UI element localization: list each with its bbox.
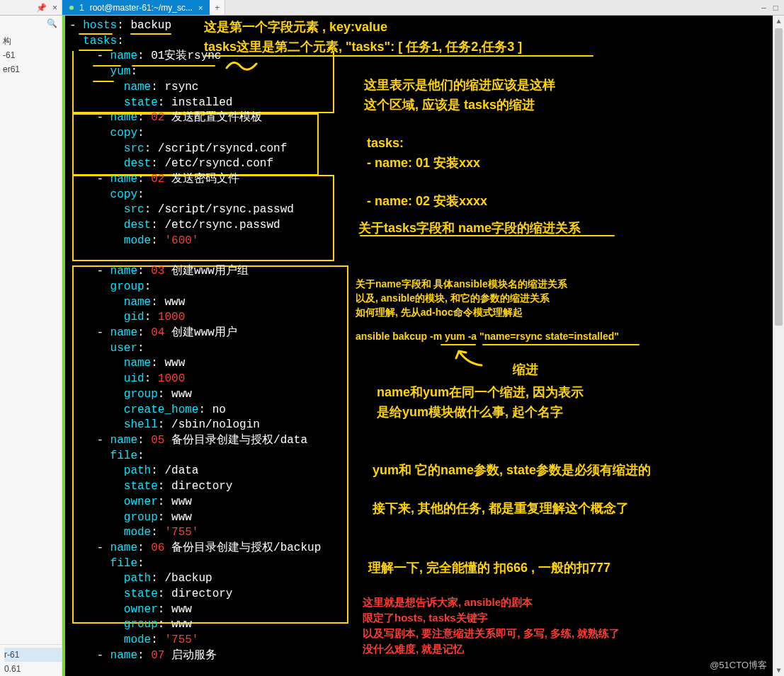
tab-add-button[interactable]: + (210, 0, 225, 15)
annotation: - name: 02 安装xxxx (367, 193, 487, 210)
tab-active[interactable]: 1 root@master-61:~/my_sc... × (62, 0, 210, 15)
annotation: 关于name字段和 具体ansible模块名的缩进关系 (356, 277, 567, 292)
underline (482, 344, 640, 345)
scroll-up-icon[interactable]: ▲ (773, 16, 784, 27)
sidebar: 🔍 构 -61 er61 r-61 0.61 (0, 16, 62, 676)
terminal-pane[interactable]: - hosts: backup tasks: - name: 01安装rsync… (62, 16, 784, 676)
annotation: 理解一下, 完全能懂的 扣666 , 一般的扣777 (368, 559, 610, 577)
annotation-red: 这里就是想告诉大家, ansible的剧本 (363, 595, 533, 609)
sidebar-bottom: r-61 0.61 (0, 644, 62, 676)
tab-title: root@master-61:~/my_sc... (90, 3, 193, 13)
tab-index: 1 (79, 3, 84, 13)
arrow-icon (453, 347, 489, 368)
search-icon[interactable]: 🔍 (47, 18, 57, 28)
tree-item[interactable]: er61 (3, 62, 62, 76)
annotation: yum和 它的name参数, state参数是必须有缩进的 (373, 462, 651, 479)
session-item[interactable]: r-61 (4, 648, 62, 662)
annotation: ansible bakcup -m yum -a "name=rsync sta… (356, 330, 619, 344)
maximize-icon[interactable]: □ (773, 3, 778, 13)
host-tree[interactable]: 构 -61 er61 (0, 31, 62, 76)
annotation: 以及, ansible的模块, 和它的参数的缩进关系 (356, 292, 550, 306)
vertical-scrollbar[interactable]: ▲ ▼ (773, 16, 784, 676)
scrollbar-thumb[interactable] (775, 28, 783, 326)
annotation: tasks: (367, 134, 404, 152)
pin-icon[interactable]: 📌 (36, 3, 47, 13)
annotation: 关于tasks字段和 name字段的缩进关系 (358, 219, 581, 237)
scroll-down-icon[interactable]: ▼ (773, 665, 784, 676)
annotation-red: 没什么难度, 就是记忆 (363, 641, 464, 656)
tab-close-icon[interactable]: × (198, 4, 203, 12)
annotation: 缩进 (513, 361, 538, 379)
annotation-red: 以及写剧本, 要注意缩进关系即可, 多写, 多练, 就熟练了 (363, 626, 620, 641)
tab-left-controls: 📌 × (0, 0, 62, 15)
annotation-red: 限定了hosts, tasks关键字 (363, 610, 488, 625)
tree-item[interactable]: 构 (3, 34, 62, 48)
code-content: - hosts: backup tasks: - name: 01安装rsync… (69, 18, 321, 664)
tree-item[interactable]: -61 (3, 48, 62, 62)
annotation: 这个区域, 应该是 tasks的缩进 (364, 96, 535, 114)
tab-bar: 📌 × 1 root@master-61:~/my_sc... × + – □ (0, 0, 784, 16)
minimize-icon[interactable]: – (761, 3, 766, 13)
connection-status-icon (69, 6, 74, 10)
underline (441, 344, 476, 345)
watermark: @51CTO博客 (710, 659, 767, 672)
annotation: - name: 01 安装xxx (367, 154, 480, 172)
annotation: name和yum在同一个缩进, 因为表示 (377, 384, 584, 401)
terminal-gutter (62, 16, 65, 676)
annotation: 如何理解, 先从ad-hoc命令模式理解起 (356, 306, 523, 320)
window-controls: – □ (756, 0, 784, 15)
annotation: 这里表示是他们的缩进应该是这样 (364, 76, 555, 94)
annotation: 这是第一个字段元素 , key:value (204, 18, 387, 36)
annotation: 是给yum模块做什么事, 起个名字 (377, 403, 563, 421)
annotation: tasks这里是第二个元素, "tasks": [ 任务1, 任务2,任务3 ] (204, 38, 522, 56)
annotation: 接下来, 其他的任务, 都是重复理解这个概念了 (373, 500, 629, 517)
close-panel-icon[interactable]: × (52, 3, 57, 13)
session-item[interactable]: 0.61 (4, 662, 62, 676)
